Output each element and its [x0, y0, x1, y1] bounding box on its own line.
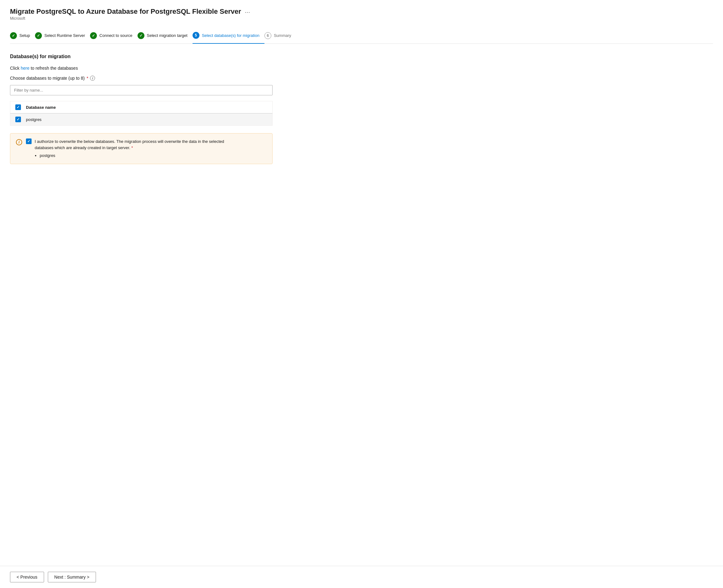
footer: < Previous Next : Summary > [0, 566, 723, 588]
step-label-migration-target: Select migration target [147, 33, 188, 38]
step-label-runtime-server: Select Runtime Server [44, 33, 85, 38]
warning-content: I authorize to overwrite the below datab… [26, 139, 224, 159]
warning-icon: i [16, 139, 22, 145]
wizard-steps: ✓ Setup ✓ Select Runtime Server ✓ Connec… [10, 28, 713, 44]
db-column-header: Database name [26, 105, 56, 110]
wizard-step-summary[interactable]: 6 Summary [264, 28, 296, 43]
refresh-link[interactable]: here [21, 66, 29, 71]
more-options-icon[interactable]: ··· [245, 8, 250, 16]
step-icon-runtime-server: ✓ [35, 32, 42, 39]
warning-text-line1: I authorize to overwrite the below datab… [35, 139, 224, 144]
filter-input[interactable] [10, 85, 273, 95]
step-icon-select-databases: 5 [193, 32, 199, 39]
wizard-step-runtime-server[interactable]: ✓ Select Runtime Server [35, 28, 90, 43]
warning-db-list: postgres [40, 152, 224, 159]
step-label-summary: Summary [274, 33, 291, 38]
step-icon-migration-target: ✓ [137, 32, 144, 39]
select-all-checkbox[interactable] [15, 104, 21, 110]
step-icon-connect-source: ✓ [90, 32, 97, 39]
warning-text-line2: databases which are already created in t… [35, 145, 133, 150]
section-title: Database(s) for migration [10, 54, 713, 59]
wizard-step-connect-source[interactable]: ✓ Connect to source [90, 28, 137, 43]
previous-button[interactable]: < Previous [10, 572, 44, 582]
table-row: postgres [10, 113, 273, 126]
next-button[interactable]: Next : Summary > [48, 572, 96, 582]
wizard-step-migration-target[interactable]: ✓ Select migration target [137, 28, 193, 43]
step-icon-summary: 6 [264, 32, 271, 39]
db-table-header: Database name [10, 101, 273, 113]
page-title: Migrate PostgreSQL to Azure Database for… [10, 7, 241, 16]
choose-label: Choose databases to migrate (up to 8) * … [10, 76, 713, 81]
database-table: Database name postgres [10, 101, 273, 126]
info-icon[interactable]: i [90, 76, 95, 81]
row-checkbox-postgres[interactable] [15, 117, 21, 122]
step-label-select-databases: Select database(s) for migration [202, 33, 259, 38]
step-label-connect-source: Connect to source [100, 33, 132, 38]
step-icon-setup: ✓ [10, 32, 17, 39]
warning-db-item-postgres: postgres [40, 152, 224, 159]
authorization-warning-box: i I authorize to overwrite the below dat… [10, 133, 273, 164]
warning-text: I authorize to overwrite the below datab… [35, 139, 224, 159]
step-label-setup: Setup [19, 33, 30, 38]
refresh-text-before: Click [10, 66, 21, 71]
page-subtitle: Microsoft [10, 16, 713, 21]
db-name-postgres: postgres [26, 117, 42, 122]
wizard-step-setup[interactable]: ✓ Setup [10, 28, 35, 43]
authorize-checkbox[interactable] [26, 139, 31, 144]
refresh-text-after: to refresh the databases [29, 66, 78, 71]
required-star: * [87, 76, 88, 81]
wizard-step-select-databases[interactable]: 5 Select database(s) for migration [193, 28, 264, 44]
refresh-text: Click here to refresh the databases [10, 66, 713, 71]
warning-required-star: * [131, 145, 133, 150]
